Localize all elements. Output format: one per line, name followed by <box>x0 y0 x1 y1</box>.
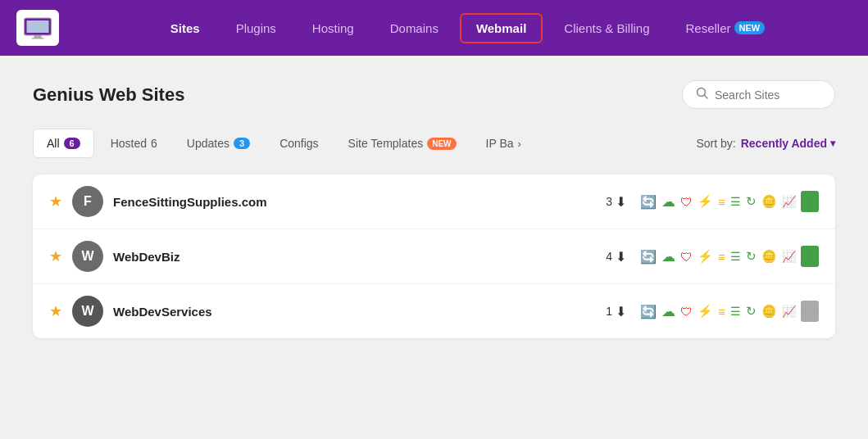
shield-icon[interactable]: 🛡 <box>680 195 693 209</box>
navbar: Sites Plugins Hosting Domains Webmail Cl… <box>0 0 868 56</box>
site-name: FenceSittingSupplies.com <box>113 195 596 209</box>
nav-item-webmail[interactable]: Webmail <box>460 13 543 43</box>
star-icon[interactable]: ★ <box>49 192 62 210</box>
search-icon <box>696 87 708 102</box>
stack-icon[interactable]: ≡ <box>718 250 725 264</box>
shield-icon[interactable]: 🛡 <box>680 305 693 319</box>
site-templates-new-badge: NEW <box>427 138 456 150</box>
shield-check-icon[interactable]: 🔄 <box>640 304 657 319</box>
nav-item-plugins[interactable]: Plugins <box>221 15 291 42</box>
logo[interactable] <box>16 10 59 46</box>
page-icon[interactable] <box>801 301 819 322</box>
lines-icon[interactable]: ☰ <box>730 195 741 208</box>
chart-icon[interactable]: 📈 <box>782 195 796 208</box>
avatar: F <box>72 186 103 217</box>
nav-item-reseller[interactable]: Reseller NEW <box>671 15 780 42</box>
svg-rect-1 <box>27 20 49 33</box>
shield-icon[interactable]: 🛡 <box>680 250 693 264</box>
filter-hosted-label: Hosted <box>111 137 147 150</box>
filter-ip-ba-label: IP Ba <box>486 137 514 150</box>
refresh-icon[interactable]: ↻ <box>746 249 757 264</box>
svg-rect-3 <box>32 38 44 39</box>
nav-item-hosting[interactable]: Hosting <box>298 15 369 42</box>
site-count: 4 ⬇ <box>606 249 635 265</box>
filter-all-count: 6 <box>64 138 80 149</box>
site-name: WebDevServices <box>113 305 596 319</box>
cloud-icon[interactable]: ☁ <box>661 248 675 265</box>
nav-item-sites[interactable]: Sites <box>156 15 215 42</box>
search-input[interactable] <box>715 88 821 102</box>
stack-icon[interactable]: ≡ <box>718 305 725 319</box>
reseller-badge: NEW <box>734 21 766 34</box>
search-box[interactable] <box>682 80 835 109</box>
page-title: Genius Web Sites <box>33 84 184 106</box>
filter-tab-all[interactable]: All 6 <box>33 129 94 158</box>
filter-site-templates-label: Site Templates <box>348 137 424 150</box>
svg-rect-2 <box>34 35 42 38</box>
filter-updates-label: Updates <box>187 137 229 150</box>
coins-icon[interactable]: 🪙 <box>761 249 777 264</box>
sort-value[interactable]: Recently Added ▾ <box>741 137 835 150</box>
filter-updates-count: 3 <box>234 138 250 149</box>
coins-icon[interactable]: 🪙 <box>761 304 777 319</box>
avatar: W <box>72 296 103 327</box>
refresh-icon[interactable]: ↻ <box>746 194 757 209</box>
site-icons: 1 ⬇ 🔄 ☁ 🛡 ⚡ ≡ ☰ ↻ 🪙 📈 <box>606 301 819 322</box>
filter-hosted-count: 6 <box>151 137 157 150</box>
page-icon[interactable] <box>801 191 819 212</box>
page-header: Genius Web Sites <box>33 80 835 109</box>
filter-bar: All 6 Hosted 6 Updates 3 Configs Site Te… <box>33 129 835 158</box>
chart-icon[interactable]: 📈 <box>782 250 796 263</box>
nav-item-domains[interactable]: Domains <box>375 15 453 42</box>
nav-links: Sites Plugins Hosting Domains Webmail Cl… <box>84 13 852 43</box>
svg-line-5 <box>705 96 708 99</box>
download-icon[interactable]: ⬇ <box>616 249 626 265</box>
main-content: Genius Web Sites All 6 Hosted 6 Updates … <box>0 56 868 363</box>
chart-icon[interactable]: 📈 <box>782 305 796 318</box>
filter-tab-ip-ba[interactable]: IP Ba › <box>473 129 534 157</box>
ip-ba-arrow: › <box>518 138 521 150</box>
site-count: 1 ⬇ <box>606 304 635 319</box>
table-row[interactable]: ★ W WebDevBiz 4 ⬇ 🔄 ☁ 🛡 ⚡ ≡ ☰ ↻ 🪙 📈 <box>33 229 835 284</box>
lines-icon[interactable]: ☰ <box>730 250 741 263</box>
cloud-icon[interactable]: ☁ <box>661 193 675 210</box>
shield-check-icon[interactable]: 🔄 <box>640 249 657 265</box>
filter-all-label: All <box>47 137 60 150</box>
site-name: WebDevBiz <box>113 250 596 264</box>
filter-tab-site-templates[interactable]: Site Templates NEW <box>335 129 470 157</box>
filter-tab-hosted[interactable]: Hosted 6 <box>98 129 170 157</box>
lines-icon[interactable]: ☰ <box>730 305 741 318</box>
download-icon[interactable]: ⬇ <box>616 304 626 319</box>
bolt-icon[interactable]: ⚡ <box>698 249 713 264</box>
site-icons: 3 ⬇ 🔄 ☁ 🛡 ⚡ ≡ ☰ ↻ 🪙 📈 <box>606 191 819 212</box>
table-row[interactable]: ★ F FenceSittingSupplies.com 3 ⬇ 🔄 ☁ 🛡 ⚡… <box>33 174 835 229</box>
download-icon[interactable]: ⬇ <box>616 194 626 210</box>
refresh-icon[interactable]: ↻ <box>746 304 757 319</box>
bolt-icon[interactable]: ⚡ <box>698 304 713 319</box>
site-count: 3 ⬇ <box>606 194 635 210</box>
table-row[interactable]: ★ W WebDevServices 1 ⬇ 🔄 ☁ 🛡 ⚡ ≡ ☰ ↻ 🪙 📈 <box>33 284 835 338</box>
filter-tab-configs[interactable]: Configs <box>266 129 331 157</box>
filter-tab-updates[interactable]: Updates 3 <box>174 129 263 157</box>
sort-chevron-icon: ▾ <box>830 138 835 149</box>
sites-table: ★ F FenceSittingSupplies.com 3 ⬇ 🔄 ☁ 🛡 ⚡… <box>33 174 835 338</box>
star-icon[interactable]: ★ <box>49 302 62 320</box>
stack-icon[interactable]: ≡ <box>718 195 725 209</box>
filter-configs-label: Configs <box>279 137 318 150</box>
bolt-icon[interactable]: ⚡ <box>698 194 713 209</box>
cloud-icon[interactable]: ☁ <box>661 303 675 320</box>
nav-item-clients-billing[interactable]: Clients & Billing <box>549 15 664 42</box>
shield-check-icon[interactable]: 🔄 <box>640 194 657 210</box>
star-icon[interactable]: ★ <box>49 247 62 265</box>
sort-label: Sort by: <box>696 137 735 150</box>
avatar: W <box>72 241 103 272</box>
site-icons: 4 ⬇ 🔄 ☁ 🛡 ⚡ ≡ ☰ ↻ 🪙 📈 <box>606 246 819 267</box>
sort-section: Sort by: Recently Added ▾ <box>696 137 835 150</box>
page-icon[interactable] <box>801 246 819 267</box>
coins-icon[interactable]: 🪙 <box>761 194 777 209</box>
